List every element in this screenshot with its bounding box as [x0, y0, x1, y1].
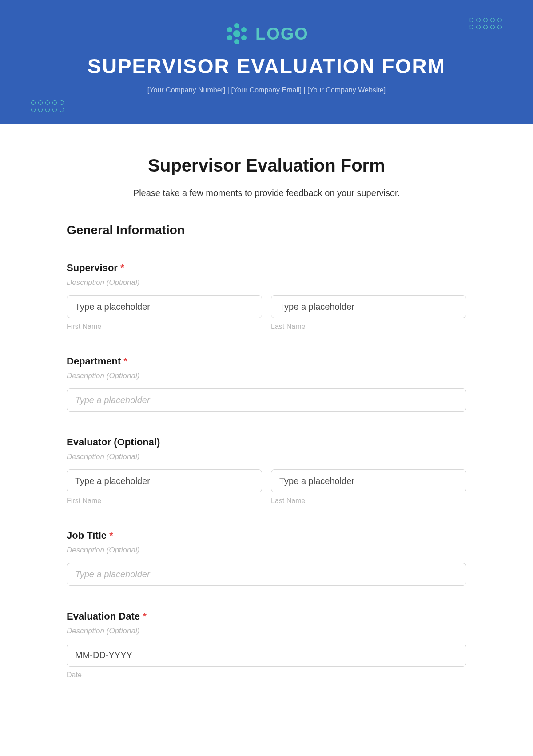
svg-point-0 [233, 30, 240, 37]
field-description: Description (Optional) [67, 278, 466, 287]
required-mark: * [143, 611, 147, 622]
field-supervisor: Supervisor * Description (Optional) Firs… [67, 262, 466, 331]
svg-point-4 [241, 27, 247, 32]
decorative-dots-bottom-left [31, 100, 64, 112]
field-description: Description (Optional) [67, 627, 466, 636]
department-input[interactable] [67, 388, 466, 412]
label-text: Department [67, 356, 121, 367]
field-label-supervisor: Supervisor * [67, 262, 466, 274]
form-title: Supervisor Evaluation Form [67, 156, 466, 176]
field-description: Description (Optional) [67, 546, 466, 555]
field-label-evaluator: Evaluator (Optional) [67, 436, 466, 448]
logo-text: LOGO [255, 24, 309, 44]
sub-label-last-name: Last Name [271, 323, 466, 331]
label-text: Evaluator (Optional) [67, 436, 160, 448]
banner-subtitle: [Your Company Number] | [Your Company Em… [147, 86, 386, 94]
svg-point-2 [234, 39, 239, 44]
required-mark: * [109, 530, 113, 541]
logo-icon [224, 21, 249, 46]
decorative-dots-top-right [469, 18, 502, 29]
field-description: Description (Optional) [67, 372, 466, 380]
required-mark: * [120, 262, 124, 273]
field-label-evaluation-date: Evaluation Date * [67, 611, 466, 622]
sub-label-first-name: First Name [67, 323, 262, 331]
sub-label-last-name: Last Name [271, 497, 466, 505]
banner-header: LOGO SUPERVISOR EVALUATION FORM [Your Co… [0, 0, 533, 124]
job-title-input[interactable] [67, 563, 466, 586]
field-department: Department * Description (Optional) [67, 356, 466, 412]
svg-point-1 [234, 23, 239, 28]
form-content: Supervisor Evaluation Form Please take a… [53, 124, 480, 697]
section-heading: General Information [67, 223, 466, 237]
label-text: Supervisor [67, 262, 118, 273]
form-subtitle: Please take a few moments to provide fee… [67, 188, 466, 198]
field-evaluator: Evaluator (Optional) Description (Option… [67, 436, 466, 505]
required-mark: * [123, 356, 127, 367]
label-text: Evaluation Date [67, 611, 140, 622]
field-evaluation-date: Evaluation Date * Description (Optional)… [67, 611, 466, 679]
supervisor-first-name-input[interactable] [67, 295, 262, 318]
sub-label-date: Date [67, 671, 466, 679]
svg-point-5 [227, 35, 232, 40]
field-description: Description (Optional) [67, 452, 466, 461]
field-label-job-title: Job Title * [67, 530, 466, 541]
supervisor-last-name-input[interactable] [271, 295, 466, 318]
evaluator-first-name-input[interactable] [67, 469, 262, 492]
svg-point-6 [241, 35, 247, 40]
evaluator-last-name-input[interactable] [271, 469, 466, 492]
label-text: Job Title [67, 530, 107, 541]
evaluation-date-input[interactable] [67, 644, 466, 667]
banner-title: SUPERVISOR EVALUATION FORM [88, 54, 445, 78]
field-job-title: Job Title * Description (Optional) [67, 530, 466, 586]
logo-row: LOGO [224, 21, 309, 46]
svg-point-3 [227, 27, 232, 32]
sub-label-first-name: First Name [67, 497, 262, 505]
field-label-department: Department * [67, 356, 466, 367]
